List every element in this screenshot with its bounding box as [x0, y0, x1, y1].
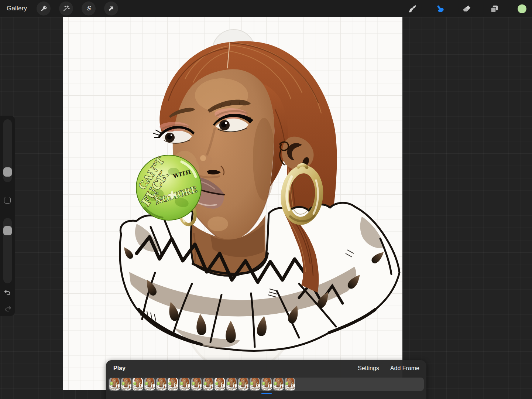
add-frame-button[interactable]: Add Frame — [390, 365, 419, 372]
frame-thumbnail-9[interactable] — [203, 378, 213, 391]
brush-sidebar — [0, 116, 15, 316]
brush-size-handle[interactable] — [3, 167, 12, 177]
frame-thumbnail-6[interactable] — [168, 378, 178, 391]
current-frame-indicator — [261, 393, 272, 394]
opacity-handle[interactable] — [3, 226, 12, 235]
frame-thumbnail-12[interactable] — [238, 378, 248, 391]
procreate-app: Gallery — [0, 0, 532, 399]
frame-thumbnail-1[interactable] — [109, 378, 120, 391]
redo-button[interactable] — [4, 305, 12, 314]
transform-arrow-icon — [107, 4, 115, 13]
eraser-icon — [462, 4, 472, 14]
eraser-tool-button[interactable] — [462, 4, 472, 14]
selection-button[interactable]: S — [82, 1, 96, 16]
canvas-artwork: CAN'T FUCK WITH U NOMORE — [63, 17, 402, 390]
modify-button[interactable] — [4, 197, 11, 204]
frame-thumbnail-5[interactable] — [156, 378, 167, 391]
layers-icon — [490, 4, 499, 14]
smudge-finger-icon — [435, 4, 445, 14]
paint-brush-icon — [408, 4, 417, 14]
actions-button[interactable] — [37, 1, 51, 16]
layers-button[interactable] — [490, 4, 499, 14]
brush-tool-button[interactable] — [408, 4, 417, 14]
frame-thumbnail-11[interactable] — [226, 378, 237, 391]
redo-icon — [4, 305, 12, 313]
color-swatch-icon — [517, 4, 527, 14]
frame-thumbnail-14[interactable] — [261, 378, 272, 391]
wrench-icon — [40, 4, 48, 13]
opacity-slider[interactable] — [3, 218, 12, 283]
play-button[interactable]: Play — [113, 365, 126, 372]
svg-text:S: S — [86, 5, 91, 12]
frame-thumbnail-8[interactable] — [191, 378, 202, 391]
play-label: Play — [113, 365, 126, 371]
top-toolbar: Gallery — [0, 0, 532, 17]
frame-thumbnail-10[interactable] — [214, 378, 225, 391]
filmstrip[interactable] — [108, 378, 424, 391]
frame-thumbnail-15[interactable] — [273, 378, 284, 391]
undo-button[interactable] — [3, 289, 11, 298]
magic-wand-icon — [62, 4, 70, 13]
frame-thumbnail-13[interactable] — [250, 378, 260, 391]
frame-thumbnail-16[interactable] — [285, 378, 295, 391]
adjustments-button[interactable] — [59, 1, 73, 16]
bubble-gum: CAN'T FUCK WITH U NOMORE — [136, 155, 201, 220]
brush-size-slider[interactable] — [3, 119, 12, 182]
animation-assist-panel: Play Settings Add Frame — [106, 360, 426, 399]
gallery-button[interactable]: Gallery — [7, 0, 27, 17]
smudge-tool-button[interactable] — [435, 4, 445, 14]
frame-thumbnail-4[interactable] — [144, 378, 155, 391]
drawing-canvas[interactable]: CAN'T FUCK WITH U NOMORE — [63, 17, 402, 390]
frame-thumbnail-3[interactable] — [133, 378, 143, 391]
selection-s-icon: S — [85, 4, 93, 13]
frame-thumbnail-7[interactable] — [179, 378, 190, 391]
undo-icon — [3, 289, 11, 297]
gallery-label: Gallery — [7, 5, 27, 12]
frame-thumbnail-2[interactable] — [121, 378, 131, 391]
transform-button[interactable] — [104, 1, 118, 16]
settings-button[interactable]: Settings — [358, 365, 379, 372]
color-button[interactable] — [517, 4, 527, 14]
